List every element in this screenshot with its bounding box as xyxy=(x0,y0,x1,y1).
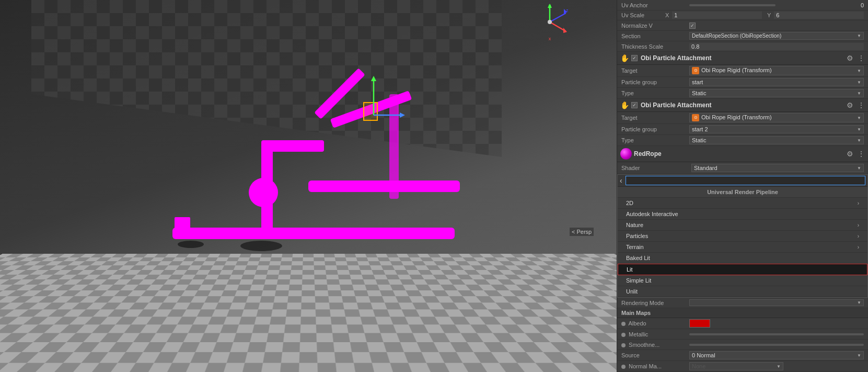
normalize-v-checkbox[interactable]: ✓ xyxy=(689,22,696,29)
thickness-scale-label: Thickness Scale xyxy=(621,43,689,50)
shadow-blob-2 xyxy=(178,241,204,248)
svg-text:z: z xyxy=(566,8,569,13)
rendering-mode-dropdown[interactable] xyxy=(689,299,864,306)
smoothness-label: Smoothne... xyxy=(621,342,689,348)
metallic-dot xyxy=(621,333,626,337)
attachment-1-type-label: Type xyxy=(621,90,689,96)
uv-anchor-label: Uv Anchor xyxy=(621,2,689,8)
attachment-2-menu-icon[interactable]: ⋮ xyxy=(858,101,865,109)
albedo-swatch[interactable] xyxy=(689,319,710,328)
material-header: RedRope ⚙ ⋮ xyxy=(617,146,868,162)
source-dropdown[interactable]: 0 Normal xyxy=(689,351,864,359)
attachment-1-target-label: Target xyxy=(621,67,689,74)
dropdown-item-baked-lit[interactable]: Baked Lit xyxy=(618,253,867,264)
hand-icon-2: ✋ xyxy=(620,101,629,109)
attachment-2-group-dropdown[interactable]: start 2 xyxy=(689,125,864,133)
section-row: Section DefaultRopeSection (ObiRopeSecti… xyxy=(617,31,868,41)
svg-text:x: x xyxy=(549,36,551,41)
uv-anchor-row: Uv Anchor 0 xyxy=(617,0,868,10)
attachment-1-title: Obi Particle Attachment xyxy=(641,54,844,62)
rendering-mode-row: Rendering Mode xyxy=(617,298,868,308)
dropdown-items-container: 2D›Autodesk InteractiveNature›Particles›… xyxy=(618,198,867,297)
smoothness-row: Smoothne... xyxy=(617,340,868,350)
attachment-1-type-dropdown[interactable]: Static xyxy=(689,89,864,97)
svg-marker-3 xyxy=(563,28,567,33)
normal-dot xyxy=(621,365,626,369)
material-settings-icon[interactable]: ⚙ xyxy=(847,150,853,158)
attachment-2-target-dropdown[interactable]: ⊙Obi Rope Rigid (Transform) xyxy=(689,113,864,122)
normal-map-label: Normal Ma... xyxy=(621,363,689,369)
rope-square xyxy=(175,217,190,233)
attachment-1-group-label: Particle group xyxy=(621,79,689,85)
attachment-1-menu-icon[interactable]: ⋮ xyxy=(858,54,865,62)
svg-line-4 xyxy=(550,13,566,22)
attachment-2-checkbox[interactable]: ✓ xyxy=(631,102,638,108)
attachment-1-group-row: Particle group start xyxy=(617,77,868,88)
svg-marker-13 xyxy=(400,112,405,118)
thickness-scale-value[interactable]: 0.8 xyxy=(689,43,864,50)
normal-map-dropdown[interactable]: None xyxy=(689,362,783,370)
transform-gizmo xyxy=(345,73,408,126)
dropdown-item-particles[interactable]: Particles› xyxy=(618,231,867,242)
normalize-v-label: Normalize V xyxy=(621,22,689,29)
obi-attachment-1-header: ✋ ✓ Obi Particle Attachment ⚙ ⋮ xyxy=(617,52,868,65)
metallic-row: Metallic xyxy=(617,329,868,340)
rope-circle xyxy=(249,178,278,207)
svg-marker-11 xyxy=(371,76,376,81)
uv-scale-row: Uv Scale X 1 Y 6 xyxy=(617,10,868,20)
uv-scale-x-label: X xyxy=(665,12,669,18)
main-maps-header: Main Maps xyxy=(617,308,868,318)
uv-scale-x-value[interactable]: 1 xyxy=(672,12,762,19)
rendering-mode-label: Rendering Mode xyxy=(621,300,689,306)
svg-text:y: y xyxy=(549,3,551,8)
dropdown-category-label: Universal Render Pipeline xyxy=(618,187,867,198)
normal-map-row: Normal Ma... None xyxy=(617,361,868,372)
target-icon-1: ⊙ xyxy=(692,67,699,74)
target-icon-2: ⊙ xyxy=(692,114,699,121)
section-dropdown[interactable]: DefaultRopeSection (ObiRopeSection) xyxy=(689,32,864,40)
dropdown-item-simple-lit[interactable]: Simple Lit xyxy=(618,275,867,286)
dropdown-item-nature[interactable]: Nature› xyxy=(618,220,867,231)
dropdown-item-2d[interactable]: 2D› xyxy=(618,198,867,209)
dropdown-item-lit[interactable]: Lit xyxy=(618,264,867,275)
gizmo-widget: x y z xyxy=(530,3,570,42)
inspector-panel: Uv Anchor 0 Uv Scale X 1 Y 6 Normalize V… xyxy=(617,0,868,372)
shader-row: Shader Standard xyxy=(617,162,868,174)
albedo-label: Albedo xyxy=(621,320,689,326)
source-label: Source xyxy=(621,352,689,358)
albedo-row: Albedo xyxy=(617,318,868,329)
shader-label: Shader xyxy=(621,165,689,171)
shader-search-input[interactable] xyxy=(626,176,865,185)
attachment-1-target-dropdown[interactable]: ⊙Obi Rope Rigid (Transform) xyxy=(689,66,864,75)
attachment-1-settings-icon[interactable]: ⚙ xyxy=(847,54,853,62)
rope-main-horizontal xyxy=(308,181,460,192)
shader-dropdown-overlay: ‹ Universal Render Pipeline 2D›Autodesk … xyxy=(617,174,868,298)
smoothness-dot xyxy=(621,343,626,347)
uv-anchor-value: 0 xyxy=(778,2,864,8)
source-row: Source 0 Normal xyxy=(617,350,868,361)
uv-scale-y-value[interactable]: 6 xyxy=(774,12,864,19)
dropdown-search-row: ‹ xyxy=(618,175,867,187)
thickness-scale-row: Thickness Scale 0.8 xyxy=(617,41,868,52)
section-label: Section xyxy=(621,33,689,39)
attachment-1-type-row: Type Static xyxy=(617,88,868,99)
svg-point-6 xyxy=(548,20,552,24)
attachment-2-type-dropdown[interactable]: Static xyxy=(689,136,864,144)
material-title: RedRope xyxy=(634,150,844,157)
rope-bottom-bar xyxy=(172,228,455,239)
shader-dropdown[interactable]: Standard xyxy=(691,164,864,172)
dropdown-item-autodesk-interactive[interactable]: Autodesk Interactive xyxy=(618,209,867,220)
viewport[interactable]: x y z < Persp xyxy=(0,0,617,372)
dropdown-item-terrain[interactable]: Terrain› xyxy=(618,242,867,253)
attachment-1-group-dropdown[interactable]: start xyxy=(689,78,864,86)
attachment-2-target-label: Target xyxy=(621,115,689,121)
attachment-2-settings-icon[interactable]: ⚙ xyxy=(847,101,853,109)
dropdown-item-unlit[interactable]: Unlit xyxy=(618,286,867,297)
hand-icon-1: ✋ xyxy=(620,54,629,62)
attachment-2-target-row: Target ⊙Obi Rope Rigid (Transform) xyxy=(617,112,868,124)
attachment-2-title: Obi Particle Attachment xyxy=(641,102,844,109)
attachment-2-group-row: Particle group start 2 xyxy=(617,124,868,135)
attachment-1-checkbox[interactable]: ✓ xyxy=(631,55,638,61)
material-menu-icon[interactable]: ⋮ xyxy=(858,150,865,158)
back-arrow-icon[interactable]: ‹ xyxy=(620,176,622,185)
